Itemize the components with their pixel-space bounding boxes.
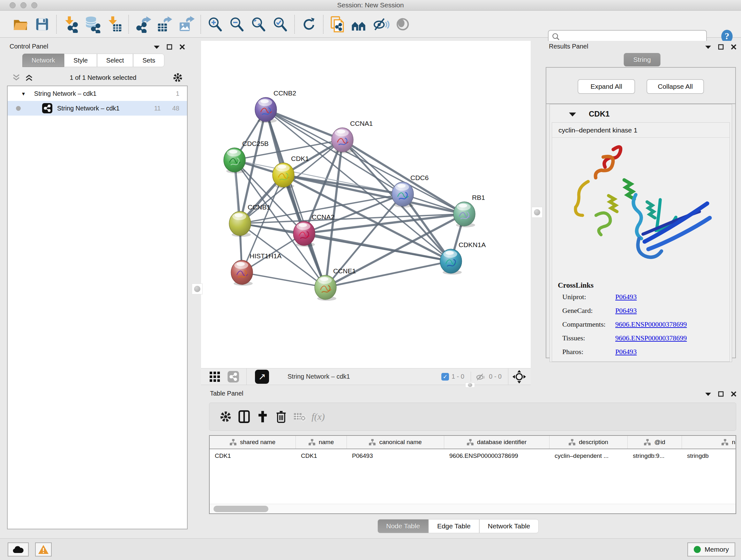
crosslink-link[interactable]: P06493 xyxy=(615,348,636,356)
network-edge[interactable] xyxy=(242,272,326,287)
panel-menu-icon[interactable] xyxy=(154,45,159,49)
collection-expand-icon[interactable]: ▼ xyxy=(21,91,26,97)
function-builder-button[interactable]: f(x) xyxy=(309,409,327,425)
close-panel-icon[interactable] xyxy=(731,44,737,50)
export-image-button[interactable] xyxy=(177,15,196,34)
save-session-button[interactable] xyxy=(33,15,51,34)
tab-style[interactable]: Style xyxy=(64,54,97,67)
show-panel-button[interactable] xyxy=(394,15,412,34)
zoom-out-button[interactable] xyxy=(227,15,246,34)
network-row[interactable]: String Network – cdk1 11 48 xyxy=(8,101,187,116)
gear-icon xyxy=(220,411,231,422)
zoom-fit-button[interactable] xyxy=(249,15,268,34)
gear-icon[interactable] xyxy=(173,73,183,82)
delete-table-button[interactable] xyxy=(290,409,309,425)
apply-layout-button[interactable] xyxy=(300,15,318,34)
tab-node-table[interactable]: Node Table xyxy=(378,519,428,533)
crosslink-link[interactable]: P06493 xyxy=(615,293,636,301)
network-canvas[interactable]: CCNB2CCNA1CDC25BCDK1CDC6RB1CCNB1CCNA2CDK… xyxy=(201,41,531,368)
collapse-all-button[interactable]: Collapse All xyxy=(647,79,704,94)
column-header-canonical-name[interactable]: canonical name xyxy=(347,436,444,449)
tab-network-table[interactable]: Network Table xyxy=(479,519,539,533)
column-header-@id[interactable]: @id xyxy=(628,436,682,449)
tab-sets[interactable]: Sets xyxy=(133,54,164,67)
collapse-all-icon[interactable] xyxy=(12,74,20,81)
tab-network[interactable]: Network xyxy=(22,54,64,67)
zoom-in-button[interactable] xyxy=(206,15,224,34)
hidden-eye-slash-icon[interactable] xyxy=(475,372,486,381)
table-row[interactable]: CDK1CDK1P064939606.ENSP00000378699cyclin… xyxy=(210,449,736,462)
network-edge[interactable] xyxy=(266,110,342,140)
open-session-button[interactable] xyxy=(11,15,30,34)
warning-icon xyxy=(38,545,49,554)
gene-card: CDK1 cyclin–dependent kinase 1 xyxy=(549,104,732,362)
warnings-button[interactable] xyxy=(35,543,52,557)
crosslink-link[interactable]: 9606.ENSP00000378699 xyxy=(615,334,687,342)
create-column-button[interactable] xyxy=(253,409,272,425)
crosslink-link[interactable]: 9606.ENSP00000378699 xyxy=(615,320,687,328)
node-table[interactable]: shared namenamecanonical namedatabase id… xyxy=(209,435,736,514)
column-header-name[interactable]: name xyxy=(296,436,347,449)
gene-collapse-icon[interactable] xyxy=(569,112,576,117)
network-node-RB1[interactable]: RB1 xyxy=(454,194,485,227)
zoom-selected-button[interactable] xyxy=(271,15,289,34)
column-header-shared-name[interactable]: shared name xyxy=(210,436,296,449)
column-header-description[interactable]: description xyxy=(549,436,628,449)
network-edge[interactable] xyxy=(283,175,464,214)
panel-menu-icon[interactable] xyxy=(705,45,711,49)
delete-column-button[interactable] xyxy=(272,409,290,425)
hide-panel-button[interactable] xyxy=(372,15,390,34)
table-horizontal-scrollbar[interactable] xyxy=(210,504,736,513)
selected-checkbox-icon[interactable]: ✓ xyxy=(441,373,449,381)
tab-edge-table[interactable]: Edge Table xyxy=(428,519,479,533)
database-import-icon xyxy=(84,15,102,33)
import-table-button[interactable] xyxy=(105,15,124,34)
title-bar: Session: New Session xyxy=(0,0,741,10)
import-network-button[interactable] xyxy=(62,15,80,34)
arrow-up-right-icon: ↗ xyxy=(258,371,266,382)
cloud-status-button[interactable] xyxy=(8,543,29,557)
network-node-CDKN1A[interactable]: CDKN1A xyxy=(440,241,486,274)
show-columns-button[interactable] xyxy=(235,409,253,425)
right-splitter-handle[interactable] xyxy=(532,207,542,218)
panel-menu-icon[interactable] xyxy=(705,392,711,396)
scrollbar-thumb[interactable] xyxy=(213,506,268,512)
left-splitter-handle[interactable] xyxy=(192,284,203,294)
node-label-CDKN1A: CDKN1A xyxy=(459,241,486,248)
close-window-icon[interactable] xyxy=(10,2,16,8)
birds-eye-toggle-icon[interactable] xyxy=(512,370,526,384)
network-overview-button[interactable] xyxy=(350,15,368,34)
expand-all-icon[interactable] xyxy=(25,74,33,81)
bottom-splitter-handle[interactable] xyxy=(465,382,475,388)
minimize-window-icon[interactable] xyxy=(20,2,26,8)
network-tree: ▼ String Network – cdk1 1 String Network… xyxy=(7,85,188,530)
network-share-view-button[interactable] xyxy=(224,369,243,385)
tab-string[interactable]: String xyxy=(624,53,661,66)
column-header-database-identifier[interactable]: database identifier xyxy=(444,436,549,449)
control-panel-tabs: NetworkStyleSelectSets xyxy=(22,54,164,67)
copy-network-style-button[interactable] xyxy=(328,15,347,34)
import-network-from-database-button[interactable] xyxy=(83,15,102,34)
export-image-icon xyxy=(178,16,195,33)
float-panel-icon[interactable] xyxy=(166,44,172,50)
expand-all-button[interactable]: Expand All xyxy=(578,79,635,94)
tab-select[interactable]: Select xyxy=(97,54,133,67)
zoom-window-icon[interactable] xyxy=(31,2,37,8)
network-graph[interactable]: CCNB2CCNA1CDC25BCDK1CDC6RB1CCNB1CCNA2CDK… xyxy=(201,41,531,368)
float-panel-icon[interactable] xyxy=(718,391,724,397)
close-panel-icon[interactable] xyxy=(731,391,737,397)
export-network-button[interactable] xyxy=(134,15,152,34)
open-folder-icon xyxy=(12,16,29,33)
float-panel-icon[interactable] xyxy=(718,44,724,50)
crosslink-link[interactable]: P06493 xyxy=(615,307,636,315)
column-header-namespace[interactable]: namespace xyxy=(682,436,736,449)
grid-view-button[interactable] xyxy=(205,369,224,385)
memory-button[interactable]: Memory xyxy=(687,543,735,557)
export-table-button[interactable] xyxy=(155,15,174,34)
table-settings-button[interactable] xyxy=(216,409,235,425)
close-panel-icon[interactable] xyxy=(179,44,185,50)
network-node-HIST1H1A[interactable]: HIST1H1A xyxy=(231,252,281,286)
search-input[interactable] xyxy=(560,33,697,40)
network-collection-row[interactable]: ▼ String Network – cdk1 1 xyxy=(8,86,187,101)
detach-view-button[interactable]: ↗ xyxy=(255,370,269,384)
